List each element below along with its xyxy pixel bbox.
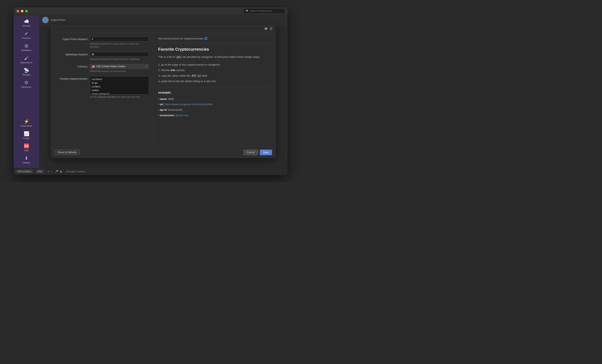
example-api: • api id: binancecoin	[158, 108, 270, 112]
crypto-keyword-field-group: Keyword to search for crypto prices or c…	[90, 37, 149, 49]
sidebar-item-advanced[interactable]: ⚙ Advanced	[14, 78, 39, 90]
favorites-label: Favorite cryptocurrencies:	[55, 76, 88, 81]
main-content: ☁️ General ✔ Features ⊞ Workflows 🖌 Appe…	[14, 15, 288, 168]
info-steps: 1. go to the page of any cryptocurrency …	[158, 62, 270, 84]
dialog-header: 🕷 ☰	[51, 25, 275, 32]
cloud-icon: ☁️	[24, 19, 29, 24]
maximize-button[interactable]	[25, 10, 28, 12]
close-button[interactable]	[17, 10, 19, 12]
download-icon: ⬇	[24, 156, 28, 161]
crypto-keyword-help: Keyword to search for crypto prices or c…	[90, 42, 149, 49]
marketcap-keyword-field-group: Keyword to search for crypto prices by m…	[90, 52, 149, 61]
sidebar-item-appearance[interactable]: 🖌 Appearance	[14, 54, 39, 66]
marketcap-keyword-label: Marketcap Keyword:	[55, 52, 88, 56]
paintbrush-icon: 🖌	[24, 56, 29, 60]
sidebar-label-update: Update	[23, 161, 30, 164]
minimize-button[interactable]	[21, 10, 23, 12]
currency-select-wrapper: 🇺🇸 USD (United States Dollar) ▼	[90, 64, 149, 69]
search-icon: 🔍	[246, 10, 249, 12]
sidebar-item-update[interactable]: ⬇ Update	[14, 154, 39, 166]
favorites-help: List of coingecko identifiers for coins …	[90, 95, 149, 98]
play-icon[interactable]: ▶	[60, 170, 63, 173]
marketcap-keyword-help: Keyword to search for crypto prices by m…	[90, 58, 149, 61]
lightning-icon: ⚡	[24, 119, 29, 124]
currency-field-group: 🇺🇸 USD (United States Dollar) ▼ Default …	[90, 64, 149, 73]
help-tab[interactable]: Help	[35, 170, 44, 173]
api-code: api	[176, 55, 182, 59]
mic-icon[interactable]: 🎤	[54, 170, 59, 173]
favorites-field-group: cardano ergo cosmos evmos juno-network o…	[90, 76, 149, 98]
titlebar: 🔍	[14, 7, 288, 15]
currency-select[interactable]: USD (United States Dollar)	[90, 64, 149, 69]
example-title: example:	[158, 90, 270, 95]
dialog-body: Crypto Prices Keyword: Keyword to search…	[51, 32, 275, 147]
sliders-icon: ⚙	[24, 80, 28, 85]
dialog-form: Crypto Prices Keyword: Keyword to search…	[51, 32, 153, 147]
sidebar-label-appearance: Appearance	[20, 61, 32, 64]
example-url: • url: https://www.coingecko.com/en/coin…	[158, 102, 270, 107]
favorites-row: Favorite cryptocurrencies: cardano ergo …	[55, 76, 149, 98]
menu-icon[interactable]: ☰	[270, 27, 273, 31]
flag-icon: 🇺🇸	[92, 65, 95, 68]
sidebar-item-workflows[interactable]: ⊞ Workflows	[14, 42, 39, 54]
example-url-link[interactable]: https://www.coingecko.com/en/coins/bnb	[165, 103, 213, 106]
sidebar-item-general[interactable]: ☁️ General	[14, 17, 39, 29]
favorites-textarea[interactable]: cardano ergo cosmos evmos juno-network o…	[90, 76, 149, 95]
sidebar-label-usage: Usage	[23, 137, 30, 139]
sidebar-item-powerpack[interactable]: ⚡ Powerpack	[14, 117, 39, 129]
dialog: 🕷 ☰ Crypto Prices Keyword:	[51, 25, 276, 158]
bottom-bar: Alfred Gallery Help + − 🎤 ▶ Debugger Sto…	[14, 168, 288, 175]
crypto-keyword-input[interactable]	[90, 37, 149, 42]
alfred-gallery-tab[interactable]: Alfred Gallery	[16, 170, 33, 173]
remove-icon[interactable]: −	[51, 170, 53, 173]
help-icon: 🆘	[24, 144, 29, 148]
example-name: • name: BNB	[158, 97, 270, 101]
spider-icon[interactable]: 🕷	[264, 27, 268, 31]
step-3: 3. copy the value under the API id field…	[158, 73, 270, 79]
save-button[interactable]: Save	[260, 150, 272, 155]
info-desc: This is a list of api ids provided by co…	[158, 55, 270, 59]
sidebar-label-help: Help	[24, 149, 29, 151]
search-input[interactable]	[250, 10, 283, 12]
step-4: 4. paste the id into the alfred setting …	[158, 79, 270, 84]
marketcap-keyword-row: Marketcap Keyword: Keyword to search for…	[55, 52, 149, 61]
sidebar-bottom: ⚡ Powerpack 📈 Usage 🆘 Help ⬇ Update	[14, 117, 39, 166]
grid-icon: ⊞	[24, 44, 28, 48]
remote-icon: 📡	[24, 68, 29, 73]
sidebar-label-powerpack: Powerpack	[21, 125, 32, 127]
search-bar[interactable]: 🔍	[244, 9, 285, 13]
info-header: Get current prices for cryptocurrencies …	[158, 37, 270, 41]
step-1: 1. go to the page of any cryptocurrency …	[158, 62, 270, 68]
sidebar-item-usage[interactable]: 📈 Usage	[14, 129, 39, 141]
dialog-container: 🕷 ☰ Crypto Prices Keyword:	[39, 15, 288, 168]
currency-help: Default fiat currency for conversions.	[90, 70, 149, 73]
currency-label: Currency:	[55, 64, 88, 68]
example-screenshot: • screenshot: github.com	[158, 113, 270, 118]
info-title: Favorite Cryptocurrencies	[158, 46, 270, 53]
sidebar-label-remote: Remote	[22, 74, 31, 76]
sidebar-label-advanced: Advanced	[22, 86, 32, 88]
chart-icon: 📈	[24, 131, 29, 136]
example-screenshot-link[interactable]: github.com	[175, 114, 189, 117]
dialog-footer: Reset to Defaults Cancel Save	[51, 147, 275, 158]
sidebar: ☁️ General ✔ Features ⊞ Workflows 🖌 Appe…	[14, 15, 39, 168]
step-2: 2. find the info section.	[158, 68, 270, 73]
crypto-keyword-label: Crypto Prices Keyword:	[55, 37, 88, 41]
footer-right-buttons: Cancel Save	[243, 150, 272, 155]
add-icon[interactable]: +	[47, 170, 50, 173]
sidebar-item-help[interactable]: 🆘 Help	[14, 142, 39, 154]
crypto-keyword-row: Crypto Prices Keyword: Keyword to search…	[55, 37, 149, 49]
checkmark-icon: ✔	[24, 32, 28, 36]
marketcap-keyword-input[interactable]	[90, 52, 149, 57]
sidebar-label-workflows: Workflows	[21, 49, 32, 52]
traffic-lights	[17, 10, 28, 12]
sidebar-item-remote[interactable]: 📡 Remote	[14, 66, 39, 78]
sidebar-label-features: Features	[22, 37, 31, 39]
debugger-status: Debugger Stopped	[66, 170, 85, 173]
sidebar-item-features[interactable]: ✔ Features	[14, 29, 39, 41]
sidebar-label-general: General	[22, 24, 30, 27]
currency-row: Currency: 🇺🇸 USD (United States Dollar) …	[55, 64, 149, 73]
dialog-header-icons: 🕷 ☰	[264, 27, 273, 31]
reset-button[interactable]: Reset to Defaults	[54, 150, 80, 155]
cancel-button[interactable]: Cancel	[243, 150, 258, 155]
